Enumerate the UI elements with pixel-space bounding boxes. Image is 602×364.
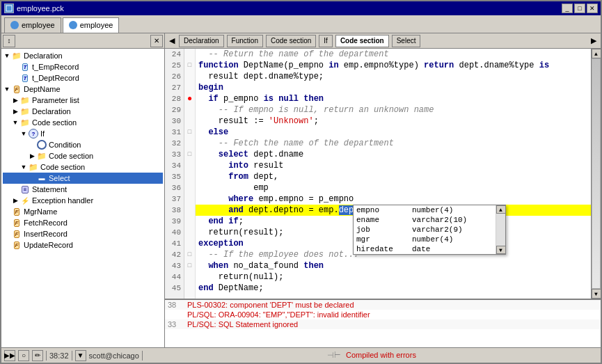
toggle-code-sec2[interactable]: ▶ — [28, 152, 36, 160]
code-line-45: end DeptName; — [196, 283, 591, 294]
tree-node-exception[interactable]: ▶ ⚡ Exception handler — [3, 195, 163, 206]
line-markers: □ ● □ □ □ — [184, 49, 196, 299]
toggle-declaration[interactable]: ▼ — [3, 52, 11, 60]
minimize-button[interactable]: _ — [562, 3, 573, 13]
code-line-37: where emp.empno = p_empno — [196, 193, 591, 205]
func-icon-mgr: F — [11, 207, 22, 216]
error-row-1[interactable]: PL/SQL: ORA-00904: "EMP","DEPT": invalid… — [165, 310, 601, 319]
maximize-button[interactable]: □ — [574, 3, 585, 13]
condition-icon — [36, 140, 47, 150]
nav-code-section-2[interactable]: Code section — [335, 35, 389, 47]
nav-function[interactable]: Function — [227, 35, 263, 47]
func-icon-insert: F — [11, 229, 22, 239]
ac-cell-hiredate-name: hiredate — [356, 245, 412, 253]
ac-cell-ename-type: varchar2(10) — [412, 216, 473, 224]
error-row-2[interactable]: 33 PL/SQL: SQL Statement ignored — [165, 319, 601, 329]
tree-node-select[interactable]: ▬ Select — [3, 173, 163, 184]
ac-cell-job-type: varchar2(9) — [412, 225, 468, 234]
tree-node-insertrecord[interactable]: ▶ F InsertRecord — [3, 228, 163, 239]
folder-icon: 📁 — [11, 51, 22, 61]
tab-0[interactable]: employee — [4, 17, 61, 33]
status-btn-1[interactable]: ▶▶ — [4, 350, 15, 361]
error-row-0[interactable]: 38 PLS-00302: component 'DEPT' must be d… — [165, 300, 601, 310]
tree-node-code-sec[interactable]: ▼ 📁 Code section — [3, 117, 163, 128]
status-user: scott@chicago — [89, 351, 139, 360]
tree-node-declaration[interactable]: ▼ 📁 Declaration — [3, 50, 163, 61]
tree-node-t-emp[interactable]: T t_EmpRecord — [3, 61, 163, 72]
nav-select[interactable]: Select — [392, 35, 421, 47]
toggle-exception[interactable]: ▶ — [11, 196, 19, 205]
sort-button[interactable]: ↕ — [3, 35, 15, 47]
close-button[interactable]: ✕ — [587, 3, 598, 13]
scroll-up-button[interactable]: ▲ — [592, 49, 601, 58]
code-scrollbar[interactable]: ▲ ▼ — [591, 49, 601, 299]
toggle-param-list[interactable]: ▶ — [11, 96, 19, 104]
toggle-insert[interactable]: ▶ — [3, 230, 11, 238]
tree-container[interactable]: ▼ 📁 Declaration T t_EmpRecord T t_DeptRe… — [1, 49, 164, 347]
tab-0-label: employee — [22, 21, 55, 29]
tree-label-if: If — [40, 129, 45, 138]
autocomplete-list[interactable]: empno number(4) ename varchar2(10) job v… — [354, 205, 496, 254]
type-icon-t-dept: T — [19, 73, 31, 83]
status-sep-2 — [72, 351, 72, 361]
app-icon — [4, 3, 14, 13]
status-btn-pencil[interactable]: ✏ — [32, 350, 43, 361]
code-line-24: -- Return the name of the department — [196, 49, 591, 60]
toggle-deptname[interactable]: ▼ — [3, 85, 11, 93]
nav-if[interactable]: If — [319, 35, 333, 47]
tree-node-code-sec2[interactable]: ▶ 📁 Code section — [3, 150, 163, 161]
nav-declaration[interactable]: Declaration — [179, 35, 224, 47]
ac-row-empno[interactable]: empno number(4) — [354, 205, 496, 215]
nav-right-arrow[interactable]: ▶ — [589, 36, 598, 45]
ac-scroll-up[interactable]: ▲ — [496, 205, 506, 214]
tab-1[interactable]: employee — [63, 17, 120, 33]
toggle-decl2[interactable]: ▶ — [11, 107, 19, 116]
code-line-32: -- Fetch the name of the department — [196, 138, 591, 149]
close-panel-button[interactable]: ✕ — [150, 35, 163, 47]
code-panel: ◀ Declaration Function Code section If C… — [165, 33, 601, 347]
tree-node-decl2[interactable]: ▶ 📁 Declaration — [3, 106, 163, 117]
ac-row-mgr[interactable]: mgr number(4) — [354, 235, 496, 244]
window-controls: _ □ ✕ — [562, 3, 598, 13]
tab-1-icon — [69, 21, 77, 29]
title-bar: employee.pck _ □ ✕ — [1, 1, 601, 15]
tree-label-condition: Condition — [49, 141, 81, 149]
ac-row-hiredate[interactable]: hiredate date — [354, 244, 496, 254]
status-btn-2[interactable]: ○ — [18, 350, 29, 361]
ac-cell-job-name: job — [356, 225, 412, 234]
ac-row-ename[interactable]: ename varchar2(10) — [354, 215, 496, 225]
tab-0-icon — [10, 21, 19, 29]
tree-node-fetchrecord[interactable]: ▶ F FetchRecord — [3, 217, 163, 228]
nav-code-section-1[interactable]: Code section — [266, 35, 316, 47]
toggle-mgrname[interactable]: ▶ — [3, 207, 11, 216]
code-line-30: result := 'Unknown'; — [196, 116, 591, 127]
tree-node-deptname[interactable]: ▼ F DeptName — [3, 84, 163, 95]
tree-node-statement[interactable]: ≡ Statement — [3, 184, 163, 195]
tree-node-if[interactable]: ▼ ? If — [3, 128, 163, 139]
toggle-update[interactable]: ▶ — [3, 241, 11, 249]
tree-node-updaterecord[interactable]: ▶ F UpdateRecord — [3, 239, 163, 251]
func-icon-fetch: F — [11, 218, 22, 228]
ac-scroll-down[interactable]: ▼ — [496, 246, 506, 254]
tree-node-t-dept[interactable]: T t_DeptRecord — [3, 72, 163, 84]
tree-node-condition[interactable]: Condition — [3, 139, 163, 150]
toggle-fetch[interactable]: ▶ — [3, 219, 11, 227]
main-area: ↕ ✕ ▼ 📁 Declaration T t_EmpRecord — [1, 33, 601, 347]
nav-left-arrow[interactable]: ◀ — [168, 36, 176, 45]
tree-label-code-sec3: Code section — [40, 163, 85, 171]
code-line-33: select dept.dname — [196, 149, 591, 160]
code-editor[interactable]: -- Return the name of the department fun… — [196, 49, 591, 299]
status-arrow-btn[interactable]: ▼ — [75, 350, 86, 361]
ac-row-job[interactable]: job varchar2(9) — [354, 225, 496, 235]
toggle-if[interactable]: ▼ — [19, 129, 28, 138]
tree-node-code-sec3[interactable]: ▼ 📁 Code section — [3, 161, 163, 173]
tree-node-param-list[interactable]: ▶ 📁 Parameter list — [3, 95, 163, 106]
toggle-code-sec[interactable]: ▼ — [11, 118, 19, 127]
scroll-down-button[interactable]: ▼ — [592, 289, 601, 299]
toggle-code-sec3[interactable]: ▼ — [19, 163, 28, 171]
tree-label-deptname: DeptName — [24, 85, 61, 93]
tree-label-decl2: Declaration — [32, 107, 71, 116]
tree-node-mgrname[interactable]: ▶ F MgrName — [3, 206, 163, 217]
statement-icon: ≡ — [19, 184, 31, 194]
autocomplete-popup[interactable]: empno number(4) ename varchar2(10) job v… — [353, 205, 506, 255]
